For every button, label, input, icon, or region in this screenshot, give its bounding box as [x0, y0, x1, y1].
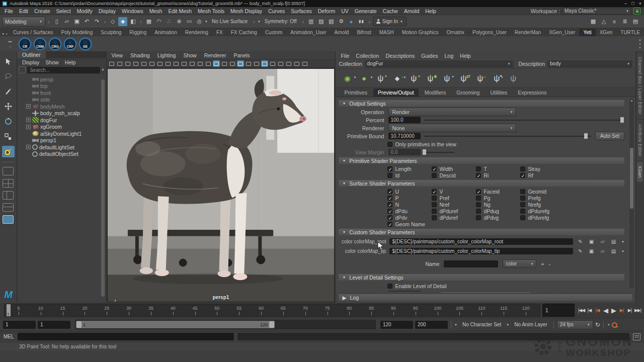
- viewport-menu-item[interactable]: View: [112, 52, 123, 59]
- snap-tool-icon[interactable]: [165, 17, 174, 26]
- viewport-bar-icon[interactable]: [181, 60, 188, 67]
- menu-item[interactable]: Generate: [352, 8, 380, 14]
- select-tool[interactable]: [2, 55, 15, 67]
- playback-end-field[interactable]: 120: [380, 321, 413, 329]
- shader-param-checkbox[interactable]: Ri: [476, 172, 520, 178]
- xgen-tool-icon[interactable]: ▼: [441, 72, 452, 84]
- section-lod[interactable]: ▼ Level of Detail Settings: [339, 274, 624, 281]
- sidebar-toggle-icon[interactable]: [610, 17, 619, 26]
- shader-param-checkbox[interactable]: Ng: [476, 201, 520, 208]
- shader-param-checkbox[interactable]: dPdv: [387, 214, 432, 221]
- menu-item[interactable]: Modify: [74, 8, 96, 14]
- shelf-tab[interactable]: Motion Graphics: [398, 29, 443, 36]
- layout-hypergraph[interactable]: [3, 215, 14, 224]
- move-tool[interactable]: [2, 101, 15, 112]
- shader-param-checkbox[interactable]: Pref: [432, 195, 476, 201]
- shelf-tab[interactable]: Rigging: [125, 29, 150, 36]
- range-start-handle[interactable]: [76, 321, 82, 328]
- operation-dropdown[interactable]: Render▼: [388, 108, 516, 116]
- yeti-shelf-button[interactable]: CRG: [49, 38, 61, 50]
- viewport-bar-icon[interactable]: [132, 60, 139, 67]
- shader-param-checkbox[interactable]: dPdurefg: [520, 208, 577, 214]
- snap-tool-icon[interactable]: [185, 17, 194, 26]
- snap-tool-icon[interactable]: [144, 17, 153, 26]
- time-ruler[interactable]: 1 51015202530354045505560657075808590951…: [4, 304, 540, 317]
- chevron-down-icon[interactable]: ▼: [258, 20, 261, 23]
- renderer-dropdown[interactable]: None▼: [388, 124, 516, 132]
- shader-param-checkbox[interactable]: Length: [387, 165, 432, 172]
- menu-item[interactable]: Display: [96, 8, 119, 14]
- shelf-tab[interactable]: Rendering: [181, 29, 212, 36]
- menu-item[interactable]: UV: [338, 8, 352, 14]
- snap-tool-icon[interactable]: [195, 17, 204, 26]
- shader-param-checkbox[interactable]: P: [387, 195, 432, 201]
- current-frame-field[interactable]: 1: [542, 304, 575, 317]
- sign-in-button[interactable]: Sign In ▼: [373, 17, 407, 26]
- side-panel-tab[interactable]: XGen: [637, 162, 643, 182]
- outliner-item[interactable]: + front: [18, 89, 105, 97]
- viewport-canvas[interactable]: persp1: [107, 68, 335, 302]
- xgen-tab[interactable]: Grooming: [452, 88, 484, 97]
- viewport-bar-icon[interactable]: [269, 60, 276, 67]
- viewport-bar-icon[interactable]: [301, 60, 308, 67]
- menu-item[interactable]: Arnold: [401, 8, 422, 14]
- xgen-tool-icon[interactable]: ▼: [474, 72, 486, 84]
- shader-param-checkbox[interactable]: Pg: [476, 195, 520, 201]
- layout-four-pane[interactable]: [3, 179, 14, 188]
- outliner-item[interactable]: + top: [18, 83, 105, 90]
- viewport-bar-icon[interactable]: [148, 60, 155, 67]
- file-tool-icon[interactable]: [62, 17, 71, 26]
- playback-button[interactable]: |◀: [586, 308, 593, 313]
- render-tool-icon[interactable]: [357, 17, 366, 26]
- shelf-tab[interactable]: Ornatrix: [442, 29, 468, 36]
- animation-end-field[interactable]: 200: [415, 321, 448, 329]
- xgen-tool-icon[interactable]: ▼: [358, 72, 369, 84]
- paint-icon[interactable]: ✎: [577, 248, 584, 254]
- render-tool-icon[interactable]: [347, 17, 356, 26]
- outliner-filter-icon[interactable]: [19, 66, 26, 73]
- shelf-options-icon[interactable]: ▪: [6, 32, 8, 36]
- expand-icon[interactable]: +: [26, 118, 31, 122]
- folder-icon[interactable]: ▱: [599, 248, 606, 254]
- character-set-selector[interactable]: No Character Set: [459, 321, 504, 329]
- menu-item[interactable]: Mesh Tools: [195, 8, 227, 14]
- file-tool-icon[interactable]: [72, 17, 82, 26]
- selection-mode-icon[interactable]: [118, 17, 127, 26]
- outliner-item[interactable]: + defaultLightSet: [18, 144, 105, 151]
- menu-set-selector[interactable]: Modeling▼: [2, 17, 45, 27]
- maximize-button[interactable]: □: [631, 1, 634, 6]
- custom-param-path-field[interactable]: ${DESC}/paintmaps/custom_color_colorMap_…: [389, 238, 573, 245]
- xgen-scrollbar[interactable]: ▲: [629, 99, 634, 289]
- menu-item[interactable]: Create: [31, 8, 53, 14]
- outliner-menu-item[interactable]: Display: [22, 59, 39, 65]
- shader-param-checkbox[interactable]: Width: [432, 165, 476, 172]
- shelf-tab[interactable]: Polygons_User: [468, 29, 511, 36]
- xgen-tool-icon[interactable]: ▼: [458, 72, 469, 84]
- viewport-menu-item[interactable]: Show: [183, 52, 196, 59]
- outliner-item[interactable]: + side: [18, 97, 105, 104]
- mel-input[interactable]: [18, 333, 234, 340]
- playback-button[interactable]: |◀◀: [578, 308, 585, 313]
- menu-item[interactable]: Cache: [380, 8, 401, 14]
- menu-item[interactable]: File: [2, 8, 16, 14]
- expand-icon[interactable]: +: [26, 145, 31, 149]
- viewport-bar-icon[interactable]: [205, 60, 212, 67]
- side-panel-tab[interactable]: Attribute Editor: [637, 120, 643, 160]
- section-output-settings[interactable]: ▼ Output Settings: [339, 100, 624, 107]
- snap-tool-icon[interactable]: [175, 17, 184, 26]
- shelf-radio-icon[interactable]: ○: [9, 45, 11, 48]
- menu-item[interactable]: Mesh: [146, 8, 166, 14]
- chevron-down-icon[interactable]: ▼: [621, 250, 624, 253]
- shader-param-checkbox[interactable]: dPdug: [476, 208, 520, 214]
- sidebar-toggle-icon[interactable]: [631, 17, 640, 26]
- paint-icon[interactable]: ✎: [577, 239, 584, 245]
- xgen-menu-item[interactable]: Log: [445, 53, 454, 59]
- menu-item[interactable]: Help: [422, 8, 439, 14]
- viewport-bar-icon[interactable]: [221, 60, 228, 67]
- animation-start-field[interactable]: 1: [3, 321, 36, 329]
- shelf-tab[interactable]: TURTLE: [616, 29, 644, 36]
- shader-param-checkbox[interactable]: dPdvg: [476, 214, 520, 221]
- shelf-scroll-up-icon[interactable]: ▲: [638, 38, 641, 41]
- xgen-tool-icon[interactable]: ▼: [425, 72, 436, 84]
- yeti-shelf-button[interactable]: CR: [19, 38, 31, 50]
